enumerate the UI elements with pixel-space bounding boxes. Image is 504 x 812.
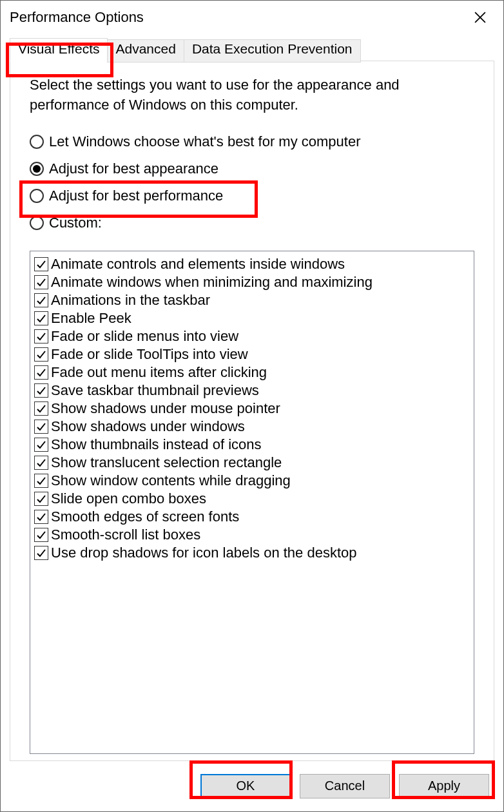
checkbox-label: Show window contents while dragging (51, 472, 291, 489)
checkbox-row[interactable]: Slide open combo boxes (33, 490, 471, 508)
checkbox-row[interactable]: Show thumbnails instead of icons (33, 436, 471, 454)
checkbox-row[interactable]: Fade or slide ToolTips into view (33, 345, 471, 363)
checkbox-icon (34, 492, 48, 506)
checkbox-row[interactable]: Animations in the taskbar (33, 291, 471, 309)
radio-option[interactable]: Adjust for best performance (30, 188, 474, 204)
radio-option[interactable]: Adjust for best appearance (30, 160, 474, 177)
tabstrip: Visual EffectsAdvancedData Execution Pre… (10, 38, 494, 61)
checkbox-icon (34, 329, 48, 343)
radio-icon (30, 189, 44, 203)
ok-button[interactable]: OK (200, 774, 291, 798)
content-area: Visual EffectsAdvancedData Execution Pre… (1, 32, 503, 761)
checkbox-row[interactable]: Animate controls and elements inside win… (33, 255, 471, 273)
checkbox-row[interactable]: Show window contents while dragging (33, 472, 471, 490)
checkbox-label: Show thumbnails instead of icons (51, 436, 262, 453)
cancel-button[interactable]: Cancel (300, 774, 390, 798)
checkbox-row[interactable]: Fade out menu items after clicking (33, 363, 471, 382)
checkbox-row[interactable]: Enable Peek (33, 309, 471, 327)
checkbox-label: Enable Peek (51, 310, 131, 327)
checkbox-icon (34, 257, 48, 271)
checkbox-label: Show translucent selection rectangle (51, 454, 282, 471)
checkbox-label: Fade or slide ToolTips into view (51, 346, 248, 363)
checkbox-icon (34, 510, 48, 524)
radio-icon (30, 216, 44, 230)
checkbox-icon (34, 401, 48, 416)
checkbox-row[interactable]: Show shadows under mouse pointer (33, 400, 471, 418)
checkbox-icon (34, 546, 48, 560)
checkbox-row[interactable]: Smooth edges of screen fonts (33, 508, 471, 526)
tab-data-execution-prevention[interactable]: Data Execution Prevention (184, 39, 361, 63)
checkbox-label: Show shadows under windows (51, 418, 245, 435)
checkbox-label: Animations in the taskbar (51, 292, 210, 309)
checkbox-icon (34, 528, 48, 542)
checkbox-label: Animate windows when minimizing and maxi… (51, 274, 373, 291)
tab-advanced[interactable]: Advanced (107, 39, 184, 63)
checkbox-label: Smooth edges of screen fonts (51, 508, 239, 525)
effects-listbox[interactable]: Animate controls and elements inside win… (30, 251, 474, 754)
checkbox-icon (34, 311, 48, 325)
titlebar: Performance Options (1, 1, 503, 32)
close-icon (474, 12, 486, 23)
radio-option[interactable]: Custom: (30, 215, 474, 231)
checkbox-icon (34, 347, 48, 362)
performance-options-dialog: Performance Options Visual EffectsAdvanc… (0, 0, 504, 812)
radio-option[interactable]: Let Windows choose what's best for my co… (30, 133, 474, 150)
checkbox-label: Save taskbar thumbnail previews (51, 382, 259, 399)
checkbox-row[interactable]: Animate windows when minimizing and maxi… (33, 273, 471, 291)
radio-icon (30, 135, 44, 149)
checkbox-icon (34, 275, 48, 289)
checkbox-row[interactable]: Smooth-scroll list boxes (33, 526, 471, 544)
checkbox-label: Use drop shadows for icon labels on the … (51, 545, 357, 561)
checkbox-icon (34, 365, 48, 380)
checkbox-icon (34, 383, 48, 398)
checkbox-row[interactable]: Save taskbar thumbnail previews (33, 382, 471, 400)
radio-label: Let Windows choose what's best for my co… (49, 133, 361, 150)
checkbox-icon (34, 438, 48, 452)
radio-label: Custom: (49, 215, 102, 231)
checkbox-icon (34, 474, 48, 488)
tab-visual-effects[interactable]: Visual Effects (10, 38, 108, 61)
checkbox-label: Slide open combo boxes (51, 490, 206, 507)
checkbox-row[interactable]: Show translucent selection rectangle (33, 454, 471, 472)
description-text: Select the settings you want to use for … (30, 75, 474, 115)
checkbox-row[interactable]: Show shadows under windows (33, 418, 471, 436)
checkbox-label: Fade out menu items after clicking (51, 364, 267, 381)
dialog-button-row: OK Cancel Apply (1, 761, 503, 811)
radio-icon (30, 162, 44, 176)
checkbox-icon (34, 456, 48, 470)
checkbox-icon (34, 293, 48, 307)
checkbox-row[interactable]: Use drop shadows for icon labels on the … (33, 544, 471, 562)
checkbox-label: Smooth-scroll list boxes (51, 527, 200, 543)
checkbox-label: Show shadows under mouse pointer (51, 400, 280, 417)
radio-group: Let Windows choose what's best for my co… (30, 133, 474, 242)
radio-label: Adjust for best performance (49, 188, 223, 204)
checkbox-label: Animate controls and elements inside win… (51, 256, 345, 273)
radio-label: Adjust for best appearance (49, 160, 218, 177)
checkbox-row[interactable]: Fade or slide menus into view (33, 327, 471, 345)
window-title: Performance Options (10, 9, 466, 26)
tab-panel-visual-effects: Select the settings you want to use for … (10, 61, 494, 761)
apply-button[interactable]: Apply (399, 774, 489, 798)
close-button[interactable] (466, 7, 494, 28)
checkbox-label: Fade or slide menus into view (51, 328, 238, 345)
checkbox-icon (34, 420, 48, 434)
